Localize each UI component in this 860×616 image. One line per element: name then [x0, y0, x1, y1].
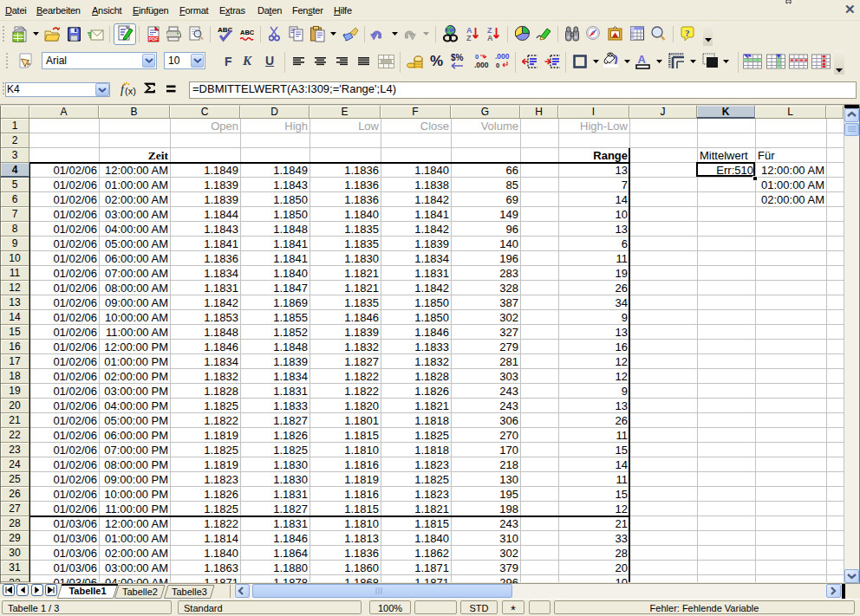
svg-text:(x): (x)	[125, 86, 136, 96]
svg-text:$%: $%	[451, 53, 464, 62]
svg-text:PDF: PDF	[149, 36, 160, 42]
svg-text:0: 0	[475, 53, 479, 61]
svg-text:.000: .000	[474, 61, 489, 69]
svg-text:Z: Z	[466, 34, 472, 42]
svg-text:A: A	[487, 34, 493, 42]
svg-text:.000: .000	[495, 53, 510, 61]
svg-text:0: 0	[496, 62, 499, 69]
svg-text:ABC: ABC	[240, 29, 254, 36]
svg-text:A: A	[638, 53, 647, 66]
svg-text:?: ?	[685, 28, 690, 38]
